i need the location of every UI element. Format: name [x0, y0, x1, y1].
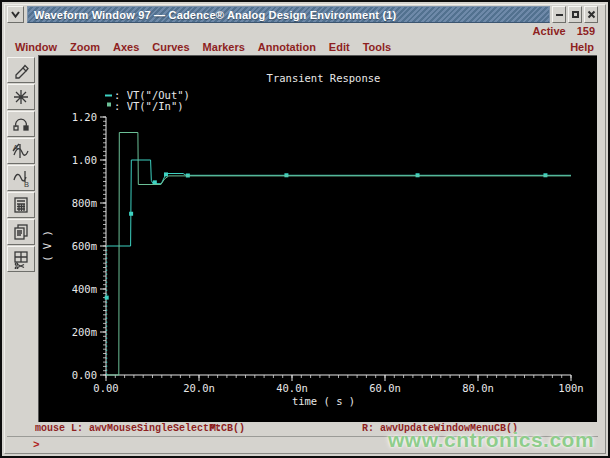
menu-tools[interactable]: Tools: [363, 41, 392, 53]
x-tick-label: 100n: [558, 382, 583, 394]
plot-area: 0.00200m400m600m800m1.001.200.0020.0n40.…: [38, 55, 597, 422]
series-out-point-marker[interactable]: [284, 173, 288, 177]
calculator-icon: [11, 195, 31, 215]
toolbar-arc-tool-button[interactable]: [7, 111, 35, 137]
active-label: Active: [533, 25, 566, 37]
toolbar-waveform-a-marker-button[interactable]: A: [7, 138, 35, 164]
x-tick-label: 60.0n: [369, 382, 401, 394]
menu-annotation[interactable]: Annotation: [258, 41, 316, 53]
copy-window-icon: [11, 222, 31, 242]
y-tick-label: 400m: [72, 283, 97, 295]
status-mouse-middle: M:: [210, 423, 222, 434]
series-out-initial-jump-point-marker[interactable]: [105, 296, 109, 300]
pen-tool-icon: [11, 60, 31, 80]
cut-window-icon: [11, 249, 31, 269]
series-out-point-marker[interactable]: [153, 180, 157, 184]
series-out-point-marker[interactable]: [416, 173, 420, 177]
chart-title: Transient Response: [267, 72, 381, 84]
close-icon: [587, 10, 596, 19]
waveform-b-marker-icon: B: [11, 168, 31, 188]
svg-text:B: B: [24, 180, 29, 189]
menu-zoom[interactable]: Zoom: [70, 41, 100, 53]
y-tick-label: 800m: [72, 197, 97, 209]
menubar: WindowZoomAxesCurvesMarkersAnnotationEdi…: [15, 39, 594, 55]
x-tick-label: 20.0n: [183, 382, 215, 394]
toolbar-waveform-b-marker-button[interactable]: B: [7, 165, 35, 191]
y-tick-label: 1.00: [72, 154, 97, 166]
menu-axes[interactable]: Axes: [113, 41, 139, 53]
chart-canvas[interactable]: 0.00200m400m600m800m1.001.200.0020.0n40.…: [39, 56, 597, 422]
close-button[interactable]: [584, 6, 598, 23]
legend-entry-in: : VT("/In"): [114, 100, 184, 112]
series-out-point-marker[interactable]: [164, 172, 168, 176]
y-axis-label: ( V ): [41, 230, 53, 262]
maximize-icon: [572, 11, 579, 18]
series-out-line[interactable]: [107, 160, 571, 246]
svg-text:A: A: [13, 143, 19, 152]
series-out-point-marker[interactable]: [543, 173, 547, 177]
minimize-icon: [556, 14, 563, 16]
waveform-window: Waveform Window 97 — Cadence® Analog Des…: [0, 0, 610, 458]
menu-items: WindowZoomAxesCurvesMarkersAnnotationEdi…: [15, 41, 404, 53]
window-title: Waveform Window 97 — Cadence® Analog Des…: [34, 9, 396, 21]
prompt-character: >: [33, 439, 40, 451]
titlebar[interactable]: Waveform Window 97 — Cadence® Analog Des…: [27, 6, 550, 23]
toolbar-calculator-button[interactable]: [7, 192, 35, 218]
menu-markers[interactable]: Markers: [203, 41, 245, 53]
arc-tool-icon: [11, 114, 31, 134]
y-tick-label: 0.00: [72, 369, 97, 381]
series-out-point-marker[interactable]: [129, 212, 133, 216]
toolbar-zoom-star-button[interactable]: [7, 84, 35, 110]
title-row: Waveform Window 97 — Cadence® Analog Des…: [7, 6, 598, 23]
maximize-button[interactable]: [568, 6, 582, 23]
toolbar-pen-tool-button[interactable]: [7, 57, 35, 83]
legend-symbol-in: [107, 103, 111, 107]
active-row: Active 159: [7, 23, 595, 38]
x-axis-label: time ( s ): [292, 395, 355, 407]
chevron-down-icon: [10, 10, 21, 19]
watermark: www.cntronics.com: [388, 428, 594, 452]
waveform-a-marker-icon: A: [11, 141, 31, 161]
main-area: AB 0.00200m400m600m800m1.001.200.0020.0n…: [7, 55, 607, 422]
toolbar-copy-window-button[interactable]: [7, 219, 35, 245]
menu-window[interactable]: Window: [15, 41, 57, 53]
x-tick-label: 0.00: [93, 382, 118, 394]
y-tick-label: 1.20: [72, 111, 97, 123]
x-tick-label: 40.0n: [276, 382, 308, 394]
y-tick-label: 600m: [72, 240, 97, 252]
menu-curves[interactable]: Curves: [152, 41, 189, 53]
active-count: 159: [577, 25, 595, 37]
x-tick-label: 80.0n: [462, 382, 494, 394]
y-tick-label: 200m: [72, 326, 97, 338]
menu-help[interactable]: Help: [570, 41, 594, 53]
minimize-button[interactable]: [552, 6, 566, 23]
zoom-star-icon: [11, 87, 31, 107]
toolbar: AB: [7, 57, 37, 272]
toolbar-cut-window-button[interactable]: [7, 246, 35, 272]
menu-edit[interactable]: Edit: [329, 41, 350, 53]
series-in-line[interactable]: [106, 133, 571, 376]
window-collapse-button[interactable]: [7, 6, 24, 23]
